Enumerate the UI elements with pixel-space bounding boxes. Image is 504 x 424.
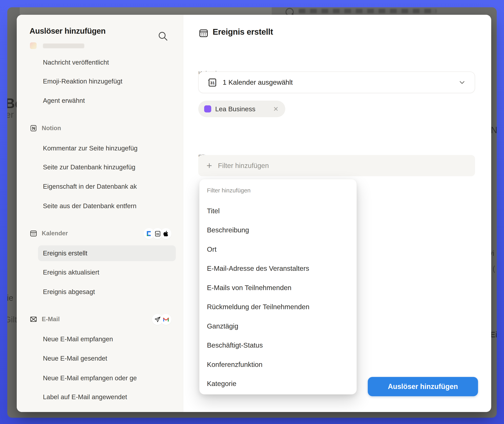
calendar-icon: [198, 28, 209, 38]
selected-calendar-chip[interactable]: Lea Business ✕: [198, 101, 285, 117]
filter-option-rueckmeldung[interactable]: Rückmeldung der Teilnehmenden: [199, 297, 356, 316]
section-header-kalender: Kalender: [30, 227, 68, 239]
apple-calendar-icon: [160, 228, 172, 239]
svg-text:31: 31: [156, 232, 159, 236]
plus-icon: +: [207, 161, 212, 170]
add-trigger-button[interactable]: Auslöser hinzufügen: [368, 377, 478, 396]
sidebar-item-seite-zur-datenbank[interactable]: Seite zur Datenbank hinzugefüg: [43, 157, 181, 177]
chevron-down-icon: [458, 78, 466, 87]
calendar-select-value: 1 Kalender ausgewählt: [223, 78, 293, 86]
filter-option-ort[interactable]: Ort: [199, 240, 356, 259]
notion-icon: [30, 124, 37, 132]
sidebar-title: Auslöser hinzufügen: [30, 27, 105, 35]
faded-section-icon: [30, 42, 37, 49]
sidebar-item-ereignis-erstellt-selected[interactable]: Ereignis erstellt: [38, 245, 176, 261]
kalender-app-badges: 31: [143, 228, 172, 239]
background-text-fragment: Gilt: [7, 315, 17, 324]
add-filter-input[interactable]: + Filter hinzufügen: [198, 155, 475, 176]
filter-option-emails-teilnehmende[interactable]: E-Mails von Teilnehmenden: [199, 278, 356, 297]
search-icon[interactable]: [157, 31, 168, 42]
sidebar-item-kommentar-zur-seite[interactable]: Kommentar zur Seite hinzugefüg: [43, 139, 181, 158]
chip-label: Lea Business: [215, 105, 255, 113]
sidebar-item-ereignis-abgesagt[interactable]: Ereignis abgesagt: [43, 282, 181, 301]
screen: Bo er ie Gilt N vi l ( Ei Auslöser hinzu…: [0, 0, 504, 424]
sidebar-item-neue-email-empfangen[interactable]: Neue E-Mail empfangen: [43, 330, 181, 349]
sidebar-item-seite-aus-datenbank[interactable]: Seite aus der Datenbank entfern: [43, 196, 181, 216]
svg-text:31: 31: [210, 81, 215, 85]
calendar-icon: [30, 230, 37, 237]
section-label: Kalender: [42, 230, 68, 237]
faded-section-label: [43, 44, 84, 48]
filter-input-placeholder: Filter hinzufügen: [218, 162, 269, 169]
filter-option-kategorie[interactable]: Kategorie: [199, 374, 356, 393]
background-search-text: [299, 9, 436, 13]
section-label: Notion: [42, 125, 61, 132]
sidebar-item-emoji-reaktion[interactable]: Emoji-Reaktion hinzugefügt: [43, 72, 181, 91]
background-text-fragment: er: [7, 109, 14, 120]
filter-option-konferenzfunktion[interactable]: Konferenzfunktion: [199, 355, 356, 374]
sidebar-item-ereignis-aktualisiert[interactable]: Ereignis aktualisiert: [43, 263, 181, 282]
background-toolbar: [20, 7, 272, 15]
filter-option-email-veranstalter[interactable]: E-Mail-Adresse des Veranstalters: [199, 259, 356, 278]
add-trigger-modal: Auslöser hinzufügen Nachricht veröffentl…: [17, 15, 491, 412]
page-title: Ereignis erstellt: [213, 27, 273, 37]
background-text-fragment: N: [491, 125, 497, 135]
background-text-fragment: ie: [7, 293, 13, 303]
filter-option-beschreibung[interactable]: Beschreibung: [199, 220, 356, 239]
sidebar-item-nachricht-veroeffentlicht[interactable]: Nachricht veröffentlicht: [43, 53, 181, 72]
filter-option-titel[interactable]: Titel: [199, 201, 356, 220]
envelope-icon: [30, 315, 37, 323]
filter-option-beschaeftigt-status[interactable]: Beschäftigt-Status: [199, 336, 356, 355]
sidebar-item-neue-email-empfangen-oder-gesendet[interactable]: Neue E-Mail empfangen oder ge: [43, 368, 181, 388]
filter-dropdown: Filter hinzufügen Titel Beschreibung Ort…: [199, 179, 357, 394]
calendar-select[interactable]: 31 1 Kalender ausgewählt: [198, 71, 475, 93]
sidebar-item-neue-email-gesendet[interactable]: Neue E-Mail gesendet: [43, 349, 181, 368]
calendar-color-dot: [204, 105, 211, 112]
gmail-icon: [160, 314, 172, 325]
section-label: E-Mail: [42, 316, 60, 323]
calendar-31-icon: 31: [207, 77, 217, 87]
section-header-email: E-Mail: [30, 313, 60, 325]
filter-dropdown-header: Filter hinzufügen: [207, 187, 251, 194]
remove-chip-icon[interactable]: ✕: [273, 105, 279, 113]
filter-option-ganztaegig[interactable]: Ganztägig: [199, 317, 356, 336]
sidebar-item-eigenschaft-datenbank[interactable]: Eigenschaft in der Datenbank ak: [43, 177, 181, 196]
sidebar-item-label-auf-email[interactable]: Label auf E-Mail angewendet: [43, 387, 181, 407]
section-header-notion: Notion: [30, 122, 61, 134]
sidebar-item-agent-erwaehnt[interactable]: Agent erwähnt: [43, 91, 181, 110]
email-app-badges: [152, 314, 172, 325]
trigger-sidebar: Auslöser hinzufügen Nachricht veröffentl…: [17, 15, 183, 412]
